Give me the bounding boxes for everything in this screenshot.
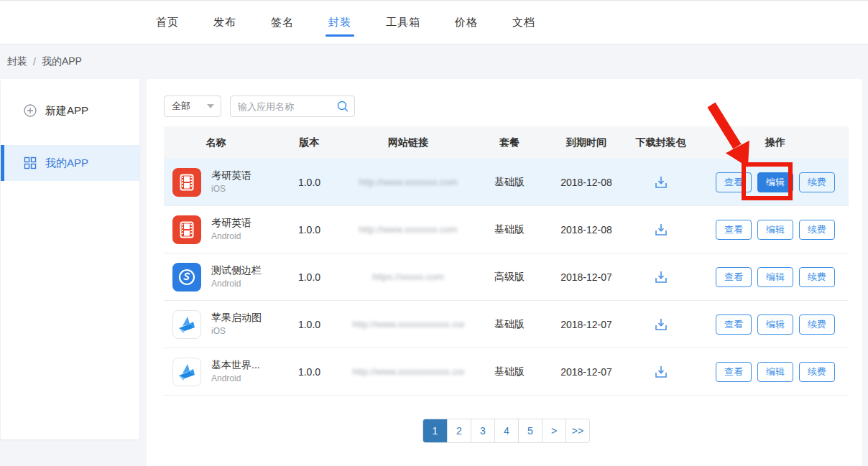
app-url-blurred: https://xxxxx.com bbox=[372, 271, 444, 282]
renew-button[interactable]: 续费 bbox=[799, 172, 835, 192]
table-row: 考研英语 Android 1.0.0 http://www.xxxxxxx.co… bbox=[164, 206, 849, 253]
nav-item-home[interactable]: 首页 bbox=[139, 1, 196, 44]
renew-button[interactable]: 续费 bbox=[799, 362, 835, 382]
top-navigation-bar: 首页 发布 签名 封装 工具箱 价格 文档 bbox=[0, 0, 868, 45]
s-circle-blue-icon bbox=[172, 263, 201, 292]
nav-item-price[interactable]: 价格 bbox=[438, 1, 495, 44]
category-dropdown[interactable]: 全部 bbox=[164, 95, 221, 117]
search-icon[interactable] bbox=[336, 100, 349, 116]
breadcrumb-current: 我的APP bbox=[42, 55, 82, 68]
nav-item-toolbox[interactable]: 工具箱 bbox=[369, 1, 438, 44]
app-platform: Android bbox=[211, 279, 262, 289]
table-row: 基本世界... Android 1.0.0 http://www.xxxxxxx… bbox=[164, 348, 849, 396]
chevron-down-icon bbox=[207, 104, 214, 108]
nav-item-publish[interactable]: 发布 bbox=[196, 1, 254, 44]
app-plan: 基础版 bbox=[466, 223, 553, 236]
page-3[interactable]: 3 bbox=[471, 419, 494, 442]
app-url-blurred: http://www.xxxxxxxxxxx.com/x_... bbox=[353, 366, 464, 377]
app-name: 苹果启动图 bbox=[211, 312, 262, 325]
nav-item-package-active[interactable]: 封装 bbox=[311, 1, 369, 44]
page-4[interactable]: 4 bbox=[494, 419, 518, 442]
app-url-blurred: http://www.xxxxxxx.com bbox=[359, 224, 457, 235]
app-name: 基本世界... bbox=[211, 359, 260, 372]
col-header-expire: 到期时间 bbox=[553, 136, 619, 149]
download-icon[interactable] bbox=[652, 174, 670, 191]
plus-circle-icon bbox=[24, 104, 37, 117]
dropdown-value: 全部 bbox=[172, 100, 190, 113]
page-2[interactable]: 2 bbox=[447, 419, 471, 442]
app-version: 1.0.0 bbox=[268, 177, 351, 188]
app-platform: iOS bbox=[211, 184, 251, 195]
app-plan: 基础版 bbox=[466, 365, 553, 378]
col-header-download: 下载封装包 bbox=[619, 136, 702, 149]
app-version: 1.0.0 bbox=[268, 319, 351, 330]
table-header: 名称 版本 网站链接 套餐 到期时间 下载封装包 操作 bbox=[164, 126, 849, 159]
breadcrumb-section[interactable]: 封装 bbox=[7, 55, 27, 68]
paper-bird-icon bbox=[172, 310, 201, 339]
edit-button[interactable]: 编辑 bbox=[757, 267, 793, 287]
nav-item-docs[interactable]: 文档 bbox=[495, 1, 553, 44]
view-button[interactable]: 查看 bbox=[716, 172, 752, 192]
edit-button[interactable]: 编辑 bbox=[757, 172, 793, 192]
page-last[interactable]: >> bbox=[565, 419, 589, 442]
app-plan: 基础版 bbox=[466, 318, 553, 331]
edit-button[interactable]: 编辑 bbox=[757, 362, 793, 382]
col-header-version: 版本 bbox=[268, 136, 351, 149]
download-icon[interactable] bbox=[652, 316, 670, 333]
grid-icon bbox=[24, 157, 37, 169]
app-name: 考研英语 bbox=[211, 217, 251, 230]
page-next[interactable]: > bbox=[542, 419, 565, 442]
download-icon[interactable] bbox=[652, 269, 670, 286]
main-nav: 首页 发布 签名 封装 工具箱 价格 文档 bbox=[139, 1, 553, 44]
app-version: 1.0.0 bbox=[268, 224, 351, 236]
sidebar-item-new-app[interactable]: 新建APP bbox=[1, 95, 139, 126]
view-button[interactable]: 查看 bbox=[716, 267, 752, 287]
app-plan: 基础版 bbox=[466, 176, 553, 189]
film-red-icon bbox=[172, 168, 201, 197]
page-5[interactable]: 5 bbox=[518, 419, 542, 442]
sidebar-item-label: 新建APP bbox=[45, 104, 88, 118]
app-url-blurred: http://www.xxxxxxx.com bbox=[359, 177, 457, 187]
renew-button[interactable]: 续费 bbox=[799, 267, 835, 287]
breadcrumb: 封装 / 我的APP bbox=[0, 45, 868, 79]
download-icon[interactable] bbox=[652, 221, 670, 238]
film-red-icon bbox=[172, 215, 201, 244]
col-header-plan: 套餐 bbox=[466, 136, 553, 149]
col-header-link: 网站链接 bbox=[351, 136, 466, 149]
app-name: 测试侧边栏 bbox=[211, 264, 262, 277]
app-version: 1.0.0 bbox=[268, 271, 351, 283]
app-platform: iOS bbox=[211, 326, 262, 337]
sidebar-item-my-app[interactable]: 我的APP bbox=[1, 145, 139, 181]
main-panel: 全部 名称 版本 网站链接 套餐 到期时间 下载封装包 操作 bbox=[147, 79, 862, 466]
app-table: 名称 版本 网站链接 套餐 到期时间 下载封装包 操作 考研英语 bbox=[164, 126, 849, 396]
page-1[interactable]: 1 bbox=[423, 419, 447, 442]
app-expire-date: 2018-12-07 bbox=[553, 319, 619, 330]
app-plan: 高级版 bbox=[466, 271, 553, 284]
view-button[interactable]: 查看 bbox=[716, 314, 752, 335]
search-box bbox=[230, 95, 355, 117]
app-expire-date: 2018-12-07 bbox=[553, 366, 619, 378]
app-url-blurred: http://www.xxxxxxxxxxx.com/x_... bbox=[353, 319, 464, 330]
renew-button[interactable]: 续费 bbox=[799, 314, 835, 335]
view-button[interactable]: 查看 bbox=[716, 220, 752, 240]
edit-button[interactable]: 编辑 bbox=[757, 314, 793, 335]
edit-button[interactable]: 编辑 bbox=[757, 220, 793, 240]
pagination: 1 2 3 4 5 > >> bbox=[164, 419, 849, 443]
table-row: 测试侧边栏 Android 1.0.0 https://xxxxx.com 高级… bbox=[164, 253, 849, 301]
col-header-operations: 操作 bbox=[702, 136, 849, 149]
table-row: 考研英语 iOS 1.0.0 http://www.xxxxxxx.com 基础… bbox=[164, 159, 849, 206]
download-icon[interactable] bbox=[652, 363, 670, 381]
col-header-name: 名称 bbox=[164, 136, 268, 149]
filter-row: 全部 bbox=[164, 95, 849, 117]
app-expire-date: 2018-12-08 bbox=[553, 177, 619, 188]
nav-item-sign[interactable]: 签名 bbox=[254, 1, 311, 44]
app-platform: Android bbox=[211, 373, 260, 384]
breadcrumb-separator: / bbox=[33, 56, 36, 67]
view-button[interactable]: 查看 bbox=[716, 362, 752, 382]
sidebar-item-label: 我的APP bbox=[45, 157, 88, 170]
renew-button[interactable]: 续费 bbox=[799, 220, 835, 240]
app-name: 考研英语 bbox=[211, 169, 251, 182]
paper-bird-icon bbox=[172, 358, 201, 386]
app-version: 1.0.0 bbox=[268, 366, 351, 378]
app-expire-date: 2018-12-07 bbox=[553, 271, 619, 283]
